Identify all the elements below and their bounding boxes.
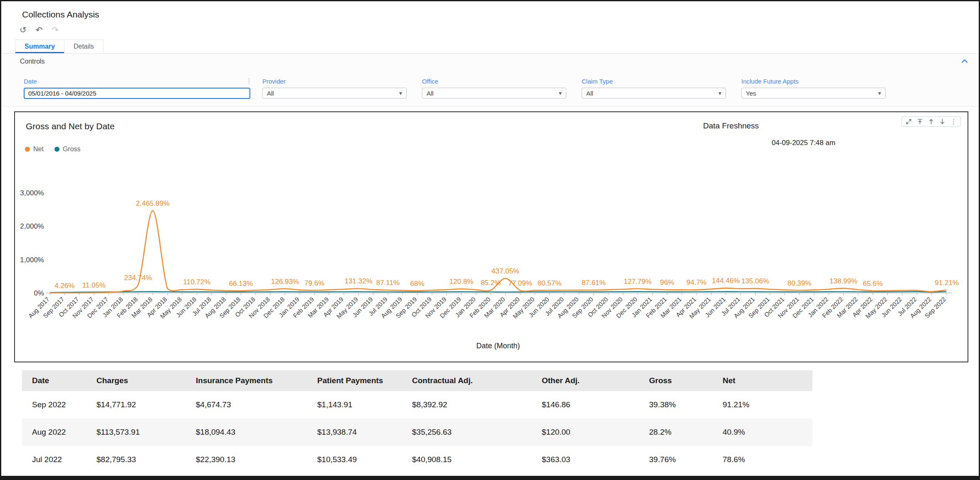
table-cell: Jul 2022 [22,446,86,473]
table-header-other-adj-[interactable]: Other Adj. [532,370,639,391]
table-header-row: DateChargesInsurance PaymentsPatient Pay… [22,370,812,391]
table-cell: 91.21% [713,391,812,418]
collapse-controls-icon[interactable] [961,58,968,65]
svg-text:144.46%: 144.46% [712,277,740,285]
x-axis-title: Date (Month) [476,342,520,350]
svg-text:437.05%: 437.05% [491,267,519,275]
tab-summary[interactable]: Summary [15,39,64,53]
chevron-down-icon: ▾ [559,90,562,96]
arrow-down-icon[interactable] [939,118,945,125]
table-header-date[interactable]: Date [22,370,86,391]
table-row: Aug 2022$113,573.91$18,094.43$13,938.74$… [22,418,812,446]
date-range-input[interactable] [24,88,250,99]
svg-text:94.7%: 94.7% [686,278,706,286]
chart-card: Gross and Net by Date Data Freshness 04-… [14,111,968,362]
svg-text:127.79%: 127.79% [624,278,652,286]
filter-label-claim-type: Claim Type [582,78,726,85]
svg-text:2,465.89%: 2,465.89% [136,199,170,207]
table-cell: $8,392.92 [402,391,532,418]
table-cell: $40,908.15 [402,446,532,473]
filter-label-office: Office [422,78,566,85]
svg-text:66.13%: 66.13% [229,280,253,288]
redo-icon[interactable]: ↷ [52,26,59,34]
x-axis-labels: Aug 2017Sep 2017Oct 2017Nov 2017Dec 2017… [27,295,947,320]
reset-icon[interactable]: ↺ [20,26,27,34]
table-header-net[interactable]: Net [713,370,812,391]
expand-icon[interactable] [906,118,912,125]
filter-label-include-future-appts: Include Future Appts [741,78,886,85]
arrow-up-icon[interactable] [928,118,934,125]
table-cell: 39.76% [639,446,713,473]
svg-text:120.8%: 120.8% [449,278,474,286]
undo-icon[interactable]: ↶ [36,26,43,34]
svg-text:87.11%: 87.11% [376,279,400,287]
svg-text:85.2%: 85.2% [481,279,501,287]
table-cell: 40.9% [713,418,812,446]
chart-menu-icon[interactable]: ⋮ [950,118,957,125]
table-cell: 78.6% [713,446,812,473]
include-future-appts-dropdown[interactable]: Yes ▾ [741,88,886,98]
table-header-insurance-payments[interactable]: Insurance Payments [186,370,307,391]
legend-label: Gross [63,145,81,153]
table-header-patient-payments[interactable]: Patient Payments [307,370,402,391]
table-cell: 39.38% [639,391,713,418]
svg-text:80.39%: 80.39% [787,279,812,287]
move-to-top-icon[interactable] [917,118,923,125]
claim-type-dropdown[interactable]: All ▾ [582,88,726,98]
tab-bar: Summary Details [1,39,979,54]
table-cell: Aug 2022 [22,418,86,446]
table-header-contractual-adj-[interactable]: Contractual Adj. [402,370,532,391]
filter-label-provider: Provider [262,78,407,85]
svg-text:80.57%: 80.57% [538,279,562,287]
legend-dot [54,147,59,152]
table-cell: $10,533.49 [307,446,402,473]
page-title: Collections Analysis [1,1,979,20]
quick-toolbar: ↺ ↶ ↷ [20,25,979,35]
data-freshness-label: Data Freshness [703,121,759,130]
tab-details[interactable]: Details [64,39,104,53]
table-cell: $4,674.73 [186,391,307,418]
table-cell: $14,771.92 [86,391,186,418]
gross-line [50,292,946,293]
svg-text:135.06%: 135.06% [741,277,769,285]
table-cell: 28.2% [639,418,713,446]
claim-type-dropdown-value: All [586,90,593,97]
svg-text:0%: 0% [34,289,44,297]
table-row: Sep 2022$14,771.92$4,674.73$1,143.91$8,3… [22,391,812,418]
svg-text:3,000%: 3,000% [20,189,44,197]
svg-text:126.93%: 126.93% [271,278,299,286]
date-filter-menu-icon[interactable]: ⋮ [246,77,252,85]
controls-panel: Controls Date ⋮ Provider All ▾ Office Al… [1,54,979,106]
filter-date: Date ⋮ [24,78,250,99]
provider-dropdown[interactable]: All ▾ [262,88,407,98]
svg-text:234.74%: 234.74% [124,274,152,282]
legend-item-net[interactable]: Net [25,145,44,153]
filter-include-future-appts: Include Future Appts Yes ▾ [741,78,886,98]
filter-provider: Provider All ▾ [262,78,407,98]
table-cell: Sep 2022 [22,391,86,418]
table-cell: $13,938.74 [307,418,402,446]
table-header-charges[interactable]: Charges [86,370,186,391]
table-cell: $18,094.43 [186,418,307,446]
svg-text:131.32%: 131.32% [345,277,373,285]
controls-title: Controls [20,58,45,65]
svg-text:11.05%: 11.05% [82,281,106,289]
svg-text:68%: 68% [410,280,425,288]
table-cell: $146.86 [532,391,639,418]
svg-text:1,000%: 1,000% [20,256,44,264]
office-dropdown[interactable]: All ▾ [422,88,566,98]
include-future-appts-dropdown-value: Yes [746,90,756,97]
svg-text:77.09%: 77.09% [508,279,532,287]
table-header-gross[interactable]: Gross [639,370,713,391]
chevron-down-icon: ▾ [878,90,881,96]
filter-claim-type: Claim Type All ▾ [582,78,726,98]
legend-item-gross[interactable]: Gross [54,145,81,153]
legend-dot [25,147,30,152]
table-cell: $22,390.13 [186,446,307,473]
table-cell: $35,256.63 [402,418,532,446]
table-head: DateChargesInsurance PaymentsPatient Pay… [22,370,812,391]
chart-title: Gross and Net by Date [26,121,115,131]
chart-toolbar: ⋮ [901,116,961,127]
svg-text:65.6%: 65.6% [863,280,883,288]
table-cell: $1,143.91 [307,391,402,418]
